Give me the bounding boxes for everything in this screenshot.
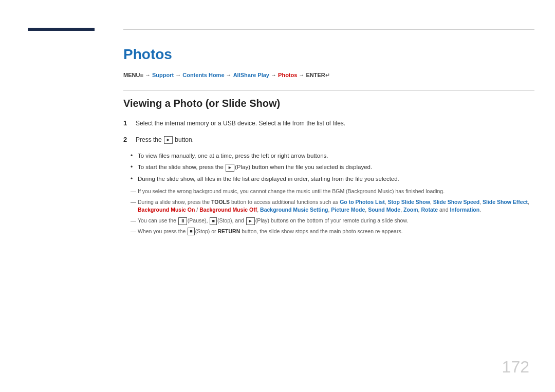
link-zoom: Zoom [403,207,418,213]
bullet-item-1: • To view files manually, one at a time,… [131,152,534,160]
link-picturemode: Picture Mode [331,207,365,213]
section-title: Viewing a Photo (or Slide Show) [123,90,534,109]
step-1: 1 Select the internal memory or a USB de… [123,119,534,128]
page-number: 172 [502,358,529,377]
menu-allshare: AllShare Play [233,72,269,78]
note-dash-1: — [131,188,138,194]
note-item-3: — You can use the ⏸(Pause), ■(Stop), and… [131,217,534,225]
menu-arrow-1: → [145,72,152,78]
step-1-text: Select the internal memory or a USB devi… [136,119,345,128]
link-bgmoff: Background Music Off [199,207,257,213]
play-icon: ► [246,217,255,225]
page-title: Photos [123,46,534,63]
bullet-text-2: To start the slide show, press the ►(Pla… [138,163,372,172]
pause-icon: ⏸ [178,217,187,225]
link-information: Information [450,207,479,213]
menu-arrow-4: → [271,72,278,78]
menu-arrow-2: → [175,72,182,78]
note-item-2: — During a slide show, press the TOOLS b… [131,198,534,215]
menu-support: Support [152,72,174,78]
bullet-item-3: • During the slide show, all files in th… [131,175,534,183]
menu-contents-home: Contents Home [182,72,224,78]
menu-label: MENU [123,72,140,78]
bullet-dot-1: • [131,152,138,159]
enter-icon: ↵ [325,72,330,78]
enter-button-icon: ► [164,136,173,144]
stop-icon: ■ [210,217,216,225]
menu-photos: Photos [278,72,297,78]
step-2-number: 2 [123,136,136,143]
note-dash-4: — [131,228,138,234]
note-text-1: If you select the wrong background music… [138,188,445,196]
tools-label: TOOLS [211,199,230,205]
menu-path: MENU≡ → Support → Contents Home → AllSha… [123,72,534,79]
step-2: 2 Press the ► button. [123,135,534,144]
bullet-list: • To view files manually, one at a time,… [131,152,534,183]
step-1-number: 1 [123,119,136,127]
link-stopslide: Stop Slide Show [388,199,430,205]
bullet-text-1: To view files manually, one at a time, p… [138,152,328,160]
bullet-item-2: • To start the slide show, press the ►(P… [131,163,534,172]
note-text-2: During a slide show, press the TOOLS but… [138,198,534,215]
top-divider [123,29,534,30]
link-bgmsetting: Background Music Setting [260,207,328,213]
menu-icon: ≡ [140,72,143,78]
link-rotate: Rotate [421,207,438,213]
menu-arrow-5: → [299,72,306,78]
bullet-dot-3: • [131,175,138,182]
return-label: RETURN [218,228,240,234]
stop-icon-2: ■ [188,228,194,235]
note-text-3: You can use the ⏸(Pause), ■(Stop), and ►… [138,217,408,225]
play-button-icon: ► [226,164,234,172]
link-soundmode: Sound Mode [368,207,400,213]
bullet-dot-2: • [131,163,138,171]
note-item-4: — When you press the ■(Stop) or RETURN b… [131,228,534,236]
link-gotophotos: Go to Photos List [340,199,385,205]
link-bgmon: Background Music On [138,207,195,213]
note-dash-3: — [131,217,138,223]
menu-enter: ENTER [306,72,325,78]
step-2-text: Press the ► button. [136,135,194,144]
link-slideeffect: Slide Show Effect [483,199,528,205]
note-text-4: When you press the ■(Stop) or RETURN but… [138,228,403,236]
link-slidespeed: Slide Show Speed [433,199,479,205]
note-dash-2: — [131,199,138,205]
note-item-1: — If you select the wrong background mus… [131,188,534,196]
sidebar-accent-bar [28,28,95,31]
menu-arrow-3: → [226,72,233,78]
main-content: Photos MENU≡ → Support → Contents Home →… [123,41,534,371]
bullet-text-3: During the slide show, all files in the … [138,175,399,183]
